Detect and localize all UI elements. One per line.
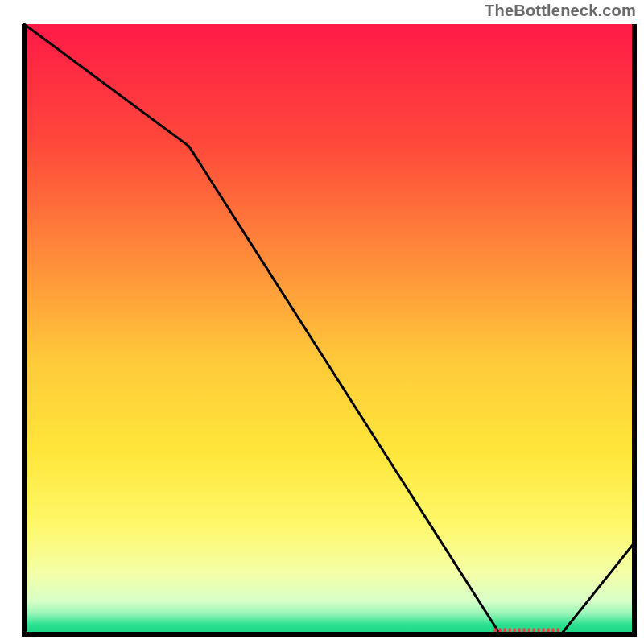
chart-background [24,24,634,634]
bottleneck-chart [0,0,644,644]
